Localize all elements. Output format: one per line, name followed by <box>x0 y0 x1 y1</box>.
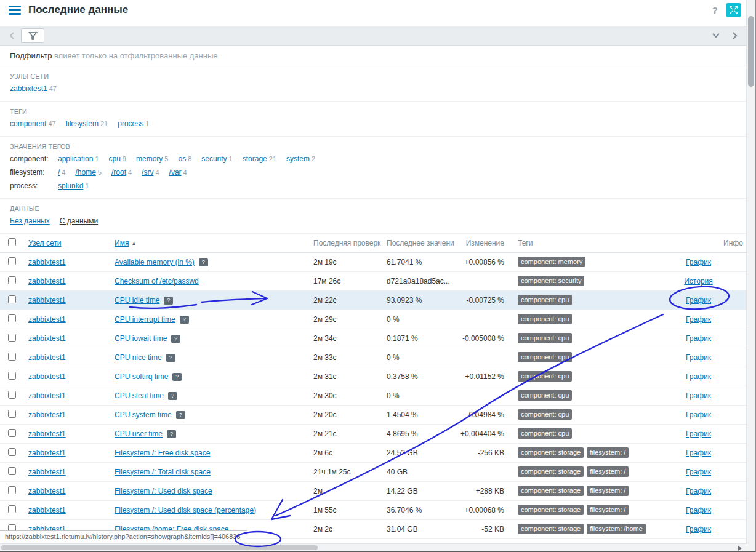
host-link[interactable]: zabbixtest1 <box>28 334 66 343</box>
tag-badge[interactable]: component: cpu <box>518 428 572 439</box>
row-checkbox[interactable] <box>8 486 16 494</box>
tag-value-filter-link[interactable]: /root <box>111 168 126 177</box>
row-checkbox[interactable] <box>8 314 16 322</box>
action-link[interactable]: График <box>686 391 711 400</box>
item-help-icon[interactable]: ? <box>176 411 185 419</box>
item-name-link[interactable]: CPU interrupt time <box>115 315 175 324</box>
item-name-link[interactable]: CPU iowait time <box>115 334 167 343</box>
tag-badge[interactable]: filesystem: / <box>587 466 629 477</box>
item-help-icon[interactable]: ? <box>199 258 208 266</box>
item-name-link[interactable]: Filesystem /: Used disk space <box>115 487 212 495</box>
action-link[interactable]: График <box>686 525 711 534</box>
action-link[interactable]: График <box>686 449 711 457</box>
action-link[interactable]: График <box>686 258 711 266</box>
host-link[interactable]: zabbixtest1 <box>28 449 66 457</box>
row-checkbox[interactable] <box>8 410 16 418</box>
action-link[interactable]: График <box>686 334 711 343</box>
row-checkbox[interactable] <box>8 295 16 303</box>
item-name-link[interactable]: CPU steal time <box>115 391 164 400</box>
tag-value-filter-link[interactable]: cpu <box>109 154 121 163</box>
tag-badge[interactable]: component: cpu <box>518 333 572 343</box>
tag-badge[interactable]: filesystem: / <box>587 447 629 458</box>
item-help-icon[interactable]: ? <box>164 297 173 305</box>
row-checkbox[interactable] <box>8 372 16 380</box>
item-name-link[interactable]: CPU user time <box>115 430 163 438</box>
tag-filter-link[interactable]: component <box>10 119 46 128</box>
item-name-link[interactable]: Filesystem /: Free disk space <box>115 449 210 457</box>
tag-badge[interactable]: component: cpu <box>518 371 572 382</box>
tag-badge[interactable]: component: memory <box>518 257 585 267</box>
sort-by-host-link[interactable]: Узел сети <box>28 239 61 247</box>
tag-value-filter-link[interactable]: / <box>58 168 60 177</box>
item-help-icon[interactable]: ? <box>167 430 176 438</box>
tag-badge[interactable]: filesystem: / <box>587 505 629 515</box>
menu-icon[interactable] <box>9 6 21 15</box>
tag-value-filter-link[interactable]: /srv <box>142 168 153 177</box>
action-link[interactable]: График <box>686 296 711 305</box>
item-name-link[interactable]: CPU idle time <box>115 296 159 305</box>
row-checkbox[interactable] <box>8 467 16 475</box>
item-help-icon[interactable]: ? <box>166 354 175 362</box>
horizontal-scrollbar-thumb[interactable] <box>1 545 318 550</box>
data-option-selected[interactable]: С данными <box>60 217 99 225</box>
item-name-link[interactable]: CPU system time <box>115 410 172 419</box>
action-link[interactable]: График <box>686 410 711 419</box>
host-link[interactable]: zabbixtest1 <box>28 296 66 305</box>
host-link[interactable]: zabbixtest1 <box>28 258 66 266</box>
tag-badge[interactable]: component: cpu <box>518 409 572 420</box>
vertical-scrollbar-thumb[interactable] <box>748 16 754 87</box>
action-link[interactable]: График <box>686 506 711 514</box>
tag-badge[interactable]: component: cpu <box>518 390 572 401</box>
row-checkbox[interactable] <box>8 334 16 342</box>
row-checkbox[interactable] <box>8 429 16 437</box>
kiosk-mode-button[interactable] <box>726 3 741 17</box>
host-link[interactable]: zabbixtest1 <box>28 410 66 419</box>
scroll-right-arrow-icon[interactable] <box>738 546 742 551</box>
item-name-link[interactable]: Filesystem /: Total disk space <box>115 468 211 476</box>
tag-value-filter-link[interactable]: /home <box>75 168 95 177</box>
tag-badge[interactable]: component: security <box>518 276 584 286</box>
item-help-icon[interactable]: ? <box>172 373 182 381</box>
host-link[interactable]: zabbixtest1 <box>28 277 66 286</box>
filter-tab-button[interactable] <box>21 28 44 43</box>
item-help-icon[interactable]: ? <box>168 392 177 400</box>
item-name-link[interactable]: CPU nice time <box>115 353 162 362</box>
horizontal-scrollbar[interactable] <box>0 543 747 551</box>
row-checkbox[interactable] <box>8 353 16 361</box>
action-link[interactable]: График <box>686 430 711 438</box>
tag-badge[interactable]: filesystem: /home <box>587 524 646 534</box>
host-filter-link[interactable]: zabbixtest1 <box>10 84 47 93</box>
action-link[interactable]: График <box>686 353 711 362</box>
host-link[interactable]: zabbixtest1 <box>28 487 66 495</box>
action-link[interactable]: График <box>686 315 711 324</box>
sort-by-name-link[interactable]: Имя <box>115 239 129 247</box>
tag-badge[interactable]: component: cpu <box>518 295 572 305</box>
host-link[interactable]: zabbixtest1 <box>28 468 66 476</box>
action-link[interactable]: График <box>686 372 711 381</box>
tag-filter-link[interactable]: filesystem <box>66 119 99 128</box>
host-link[interactable]: zabbixtest1 <box>28 353 66 362</box>
action-link[interactable]: График <box>686 468 711 476</box>
item-name-link[interactable]: Available memory (in %) <box>115 258 195 266</box>
item-name-link[interactable]: Checksum of /etc/passwd <box>115 277 199 286</box>
vertical-scrollbar[interactable] <box>746 0 755 544</box>
tag-badge[interactable]: component: storage <box>518 486 584 496</box>
action-link[interactable]: График <box>686 487 711 495</box>
tabs-scroll-left-icon[interactable] <box>6 30 18 42</box>
tag-badge[interactable]: component: cpu <box>518 352 572 362</box>
tag-value-filter-link[interactable]: storage <box>243 154 267 163</box>
tag-value-filter-link[interactable]: os <box>178 154 186 163</box>
tag-badge[interactable]: component: storage <box>518 524 584 534</box>
data-option-link[interactable]: Без данных <box>10 217 50 225</box>
tag-badge[interactable]: component: storage <box>518 505 584 515</box>
row-checkbox[interactable] <box>8 257 16 265</box>
row-checkbox[interactable] <box>8 505 16 513</box>
host-link[interactable]: zabbixtest1 <box>28 391 66 400</box>
host-link[interactable]: zabbixtest1 <box>28 430 66 438</box>
tag-badge[interactable]: component: storage <box>518 447 584 458</box>
help-icon[interactable]: ? <box>712 5 718 15</box>
select-all-checkbox[interactable] <box>8 238 16 246</box>
action-link[interactable]: История <box>684 277 713 286</box>
row-checkbox[interactable] <box>8 448 16 456</box>
row-checkbox[interactable] <box>8 276 16 284</box>
